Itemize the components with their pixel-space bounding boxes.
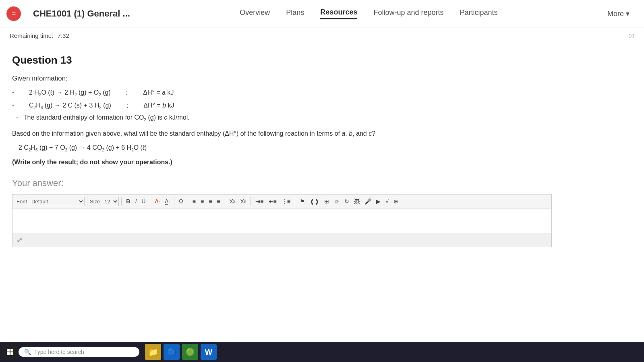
bullet-1: -	[12, 88, 14, 97]
math-button[interactable]: √	[383, 197, 391, 206]
editor-bottom-bar: ⤢	[12, 233, 551, 247]
template-button[interactable]: ❰❱	[308, 197, 321, 206]
logo-icon: =	[12, 9, 16, 18]
sep-7	[251, 197, 251, 205]
image-button[interactable]: 🖼	[352, 197, 362, 206]
nav-links: Overview Plans Resources Follow-up and r…	[142, 8, 595, 19]
remaining-time-text: Remaining time: 7:32	[10, 32, 69, 39]
navigation-bar: = CHE1001 (1) General ... Overview Plans…	[0, 0, 644, 27]
taskbar-search[interactable]: 🔍 Type here to search	[19, 347, 139, 357]
nav-participants[interactable]: Participants	[460, 8, 498, 19]
sep-3	[150, 197, 150, 205]
taskbar-apps: 📁 🔵 🟢 W	[145, 344, 217, 360]
highlight-button[interactable]: A̲·	[163, 197, 172, 206]
justify-button[interactable]: ≡	[215, 197, 222, 206]
answer-editor: Font Default Arial Times New Roman Size …	[12, 194, 552, 247]
remaining-time-bar: Remaining time: 7:32 10	[0, 27, 644, 44]
reaction-item-2: - C2H6 (g) → 2 C (s) + 3 H2 (g) ; ΔH° = …	[12, 101, 552, 110]
blue-app-icon: 🔵	[167, 348, 176, 356]
indent-button[interactable]: ⇥≡	[253, 197, 265, 206]
semicolon-1: ;	[126, 89, 128, 96]
answer-input-area[interactable]	[12, 209, 551, 233]
word-app[interactable]: W	[201, 344, 217, 360]
app-logo[interactable]: =	[6, 6, 21, 21]
sep-6	[225, 197, 225, 205]
enthalpy-2: ΔH° = b kJ	[143, 102, 174, 109]
main-content: Remaining time: 7:32 10 Question 13 Give…	[0, 27, 644, 362]
svg-rect-2	[7, 352, 10, 355]
windows-icon	[6, 348, 14, 356]
green-app-icon: 🟢	[186, 348, 195, 356]
special-char-button[interactable]: Ω	[177, 197, 185, 206]
reaction-eq-2: C2H6 (g) → 2 C (s) + 3 H2 (g)	[29, 102, 111, 110]
sep-4	[174, 197, 174, 205]
green-app[interactable]: 🟢	[182, 344, 198, 360]
nav-overview[interactable]: Overview	[240, 8, 270, 19]
file-explorer-app[interactable]: 📁	[145, 344, 161, 360]
question-number: Question 13	[12, 54, 552, 66]
sep-8	[295, 197, 295, 205]
superscript-button[interactable]: Xn	[238, 197, 248, 206]
your-answer-label: Your answer:	[12, 178, 552, 188]
reaction-item-1: - 2 H2O (ℓ) → 2 H2 (g) + O2 (g) ; ΔH° = …	[12, 88, 552, 97]
bullet-2: -	[12, 101, 14, 110]
svg-rect-3	[10, 352, 13, 355]
nav-plans[interactable]: Plans	[286, 8, 304, 19]
nav-followup[interactable]: Follow-up and reports	[373, 8, 443, 19]
rotate-button[interactable]: ↻	[342, 197, 351, 206]
enthalpy-1: ΔH° = a kJ	[143, 89, 174, 96]
course-title: CHE1001 (1) General ...	[33, 8, 130, 19]
reaction-eq-1: 2 H2O (ℓ) → 2 H2 (g) + O2 (g)	[29, 89, 111, 97]
font-color-button[interactable]: A·	[153, 197, 162, 206]
subscript-button[interactable]: X2	[228, 197, 238, 206]
timer-right: 10	[629, 33, 634, 39]
underline-button[interactable]: U	[139, 197, 147, 206]
svg-rect-1	[10, 349, 13, 352]
semicolon-2: ;	[126, 102, 128, 109]
align-left-button[interactable]: ≡	[191, 197, 198, 206]
question-text: Based on the information given above, wh…	[12, 129, 552, 139]
italic-button[interactable]: I	[133, 197, 139, 206]
target-reaction: 2 C2H6 (g) + 7 O2 (g) → 4 CO2 (g) + 6 H2…	[19, 144, 552, 152]
video-button[interactable]: ▶	[374, 197, 383, 206]
chemistry-button[interactable]: ⊕	[391, 197, 400, 206]
given-info-label: Given information:	[12, 74, 552, 83]
bullet-3: -	[16, 114, 18, 121]
table-button[interactable]: ⊞	[322, 197, 331, 206]
search-placeholder: Type here to search	[34, 349, 84, 355]
size-label: Size	[90, 199, 100, 205]
question-container: Question 13 Given information: - 2 H2O (…	[0, 44, 564, 261]
emoji-button[interactable]: ☺	[332, 197, 342, 206]
expand-icon[interactable]: ⤢	[17, 236, 23, 244]
align-center-button[interactable]: ≡	[199, 197, 206, 206]
svg-rect-0	[7, 349, 10, 352]
search-icon: 🔍	[24, 349, 31, 355]
nav-more-button[interactable]: More ▾	[607, 9, 638, 18]
instruction-text: (Write only the result; do not show your…	[12, 159, 552, 166]
blue-app[interactable]: 🔵	[164, 344, 180, 360]
nav-resources[interactable]: Resources	[320, 8, 357, 19]
size-group: Size 12 14 16	[90, 197, 119, 206]
audio-button[interactable]: 🎤	[362, 197, 373, 206]
font-label: Font	[17, 199, 27, 205]
align-right-button[interactable]: ≡	[207, 197, 214, 206]
font-group: Font Default Arial Times New Roman	[17, 197, 85, 206]
outdent-button[interactable]: ⇤≡	[267, 197, 279, 206]
font-select[interactable]: Default Arial Times New Roman	[28, 197, 85, 206]
flag-button[interactable]: ⚑	[298, 197, 307, 206]
list-button[interactable]: ⋮≡	[280, 197, 292, 206]
word-icon: W	[205, 348, 213, 357]
sep-1	[87, 197, 87, 205]
explorer-icon: 📁	[148, 347, 158, 357]
start-button[interactable]	[3, 345, 17, 359]
taskbar: 🔍 Type here to search 📁 🔵 🟢 W	[0, 342, 644, 362]
editor-toolbar: Font Default Arial Times New Roman Size …	[12, 194, 551, 209]
sep-2	[121, 197, 122, 205]
enthalpy-note: - The standard enthalpy of formation for…	[16, 114, 552, 122]
size-select[interactable]: 12 14 16	[101, 197, 119, 206]
bold-button[interactable]: B	[124, 197, 132, 206]
sep-5	[188, 197, 188, 205]
